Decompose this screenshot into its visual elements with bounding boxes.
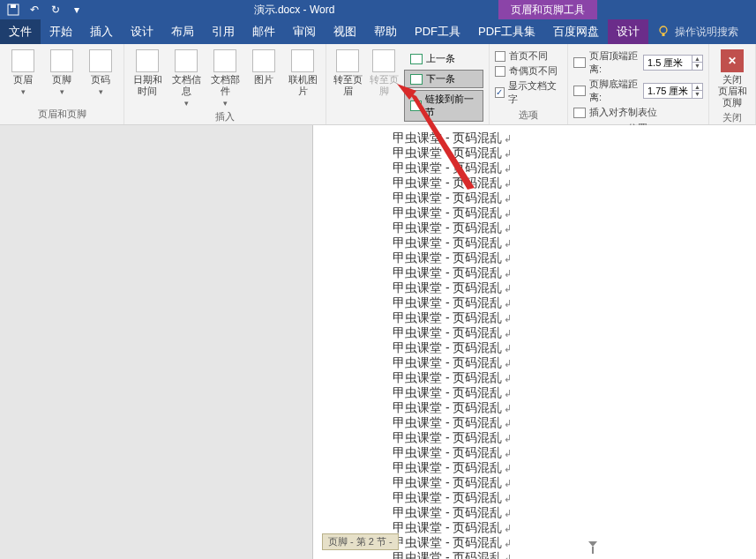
header-distance-input[interactable] — [644, 57, 692, 68]
redo-icon[interactable]: ↻ — [49, 4, 62, 16]
link-previous-button[interactable]: 链接到前一节 — [404, 90, 483, 122]
spin-up-icon[interactable]: ▲ — [692, 56, 702, 63]
content-line: 甲虫课堂 - 页码混乱 — [393, 310, 747, 325]
insert-align-tab-button[interactable]: 插入对齐制表位 — [589, 106, 703, 119]
different-odd-even-checkbox[interactable]: 奇偶页不同 — [495, 64, 562, 78]
tab-hf-design[interactable]: 设计 — [608, 19, 648, 44]
tab-home[interactable]: 开始 — [41, 19, 81, 44]
content-line: 甲虫课堂 - 页码混乱 — [393, 190, 747, 205]
tab-baidu[interactable]: 百度网盘 — [544, 19, 608, 44]
tab-help[interactable]: 帮助 — [365, 19, 406, 44]
content-line: 甲虫课堂 - 页码混乱 — [393, 130, 747, 145]
footer-button[interactable]: 页脚▾ — [44, 48, 79, 96]
goto-footer-icon — [372, 49, 395, 72]
tab-insert[interactable]: 插入 — [81, 19, 122, 44]
group-label: 页眉和页脚 — [5, 105, 118, 124]
spin-down-icon[interactable]: ▼ — [692, 63, 702, 70]
content-line: 甲虫课堂 - 页码混乱 — [393, 235, 747, 250]
content-line: 甲虫课堂 - 页码混乱 — [393, 445, 747, 460]
svg-rect-5 — [592, 547, 594, 554]
group-position: 页眉顶端距离: ▲▼ 页脚底端距离: ▲▼ 插入对齐制表位 位置 — [568, 44, 709, 124]
content-line: 甲虫课堂 - 页码混乱 — [393, 355, 747, 370]
tell-me-placeholder: 操作说明搜索 — [675, 25, 738, 40]
page-number-icon — [89, 49, 112, 72]
goto-header-button[interactable]: 转至页眉 — [332, 48, 364, 122]
picture-button[interactable]: 图片 — [246, 48, 281, 108]
tab-references[interactable]: 引用 — [203, 19, 243, 44]
quick-access-toolbar: ↶ ↻ ▾ — [0, 4, 90, 16]
footer-distance-input[interactable] — [644, 86, 692, 96]
page-body: 甲虫课堂 - 页码混乱甲虫课堂 - 页码混乱甲虫课堂 - 页码混乱甲虫课堂 - … — [313, 125, 756, 559]
chevron-down-icon: ▾ — [184, 99, 189, 108]
content-line: 甲虫课堂 - 页码混乱 — [393, 550, 747, 559]
prev-icon — [410, 54, 423, 64]
navigation-panel — [0, 125, 313, 559]
content-line: 甲虫课堂 - 页码混乱 — [393, 535, 747, 550]
quick-parts-icon — [213, 49, 236, 72]
show-document-text-checkbox[interactable]: 显示文档文字 — [495, 79, 562, 106]
date-time-button[interactable]: 日期和时间 — [130, 48, 165, 108]
content-line: 甲虫课堂 - 页码混乱 — [393, 280, 747, 295]
svg-point-2 — [660, 26, 667, 34]
svg-rect-3 — [662, 34, 665, 36]
content-line: 甲虫课堂 - 页码混乱 — [393, 220, 747, 235]
content-line: 甲虫课堂 - 页码混乱 — [393, 490, 747, 505]
tab-pdftoolset[interactable]: PDF工具集 — [469, 19, 544, 44]
content-line: 甲虫课堂 - 页码混乱 — [393, 505, 747, 520]
titlebar: ↶ ↻ ▾ 演示.docx - Word 页眉和页脚工具 — [0, 0, 756, 19]
content-line: 甲虫课堂 - 页码混乱 — [393, 145, 747, 160]
content-line: 甲虫课堂 - 页码混乱 — [393, 415, 747, 430]
align-tab-icon — [573, 108, 586, 118]
group-navigation: 转至页眉 转至页脚 上一条 下一条 链接到前一节 导航 — [326, 44, 490, 124]
footer-distance-icon — [573, 86, 586, 96]
undo-icon[interactable]: ↶ — [28, 4, 41, 16]
previous-button[interactable]: 上一条 — [404, 49, 483, 68]
tab-layout[interactable]: 布局 — [162, 19, 203, 44]
content-line: 甲虫课堂 - 页码混乱 — [393, 385, 747, 400]
contextual-tab-label: 页眉和页脚工具 — [498, 0, 597, 19]
online-picture-icon — [291, 49, 314, 72]
content-line: 甲虫课堂 - 页码混乱 — [393, 430, 747, 445]
doc-info-icon — [175, 49, 198, 72]
close-header-footer-button[interactable]: ✕ 关闭 页眉和页脚 — [715, 48, 750, 108]
online-picture-button[interactable]: 联机图片 — [285, 48, 320, 108]
doc-info-button[interactable]: 文档信息▾ — [168, 48, 204, 108]
tab-design[interactable]: 设计 — [122, 19, 162, 44]
link-icon — [410, 101, 422, 111]
content-line: 甲虫课堂 - 页码混乱 — [393, 475, 747, 490]
different-first-page-checkbox[interactable]: 首页不同 — [495, 49, 562, 63]
content-line: 甲虫课堂 - 页码混乱 — [393, 250, 747, 265]
header-button[interactable]: 页眉▾ — [5, 48, 41, 96]
content-line: 甲虫课堂 - 页码混乱 — [393, 460, 747, 475]
save-icon[interactable] — [7, 4, 19, 16]
page-number-button[interactable]: 页码▾ — [83, 48, 118, 96]
content-line: 甲虫课堂 - 页码混乱 — [393, 295, 747, 310]
spin-down-icon[interactable]: ▼ — [692, 91, 702, 98]
tab-mailings[interactable]: 邮件 — [243, 19, 284, 44]
tab-pdftool[interactable]: PDF工具 — [406, 19, 469, 44]
header-distance-spinner[interactable]: ▲▼ — [643, 55, 703, 71]
chevron-down-icon: ▾ — [60, 87, 64, 96]
tell-me-search[interactable]: 操作说明搜索 — [648, 19, 747, 44]
footer-distance-spinner[interactable]: ▲▼ — [643, 83, 703, 99]
lightbulb-icon — [657, 26, 670, 38]
content-line: 甲虫课堂 - 页码混乱 — [393, 265, 747, 280]
document-page[interactable]: 甲虫课堂 - 页码混乱甲虫课堂 - 页码混乱甲虫课堂 - 页码混乱甲虫课堂 - … — [313, 125, 756, 559]
qat-dropdown-icon[interactable]: ▾ — [71, 4, 83, 16]
content-line: 甲虫课堂 - 页码混乱 — [393, 205, 747, 220]
tab-view[interactable]: 视图 — [325, 19, 365, 44]
checkbox-checked-icon — [495, 87, 505, 98]
footer-section-tag: 页脚 - 第 2 节 - — [322, 533, 399, 550]
chevron-down-icon: ▾ — [21, 87, 26, 96]
header-icon — [11, 49, 34, 72]
goto-footer-button[interactable]: 转至页脚 — [368, 48, 400, 122]
next-button[interactable]: 下一条 — [404, 70, 483, 88]
group-header-footer: 页眉▾ 页脚▾ 页码▾ 页眉和页脚 — [0, 44, 124, 124]
tab-file[interactable]: 文件 — [0, 19, 41, 44]
group-close: ✕ 关闭 页眉和页脚 关闭 — [709, 44, 756, 124]
tab-review[interactable]: 审阅 — [284, 19, 325, 44]
document-title: 演示.docx - Word — [90, 3, 498, 18]
quick-parts-button[interactable]: 文档部件▾ — [207, 48, 243, 108]
content-line: 甲虫课堂 - 页码混乱 — [393, 340, 747, 355]
spin-up-icon[interactable]: ▲ — [692, 84, 702, 91]
